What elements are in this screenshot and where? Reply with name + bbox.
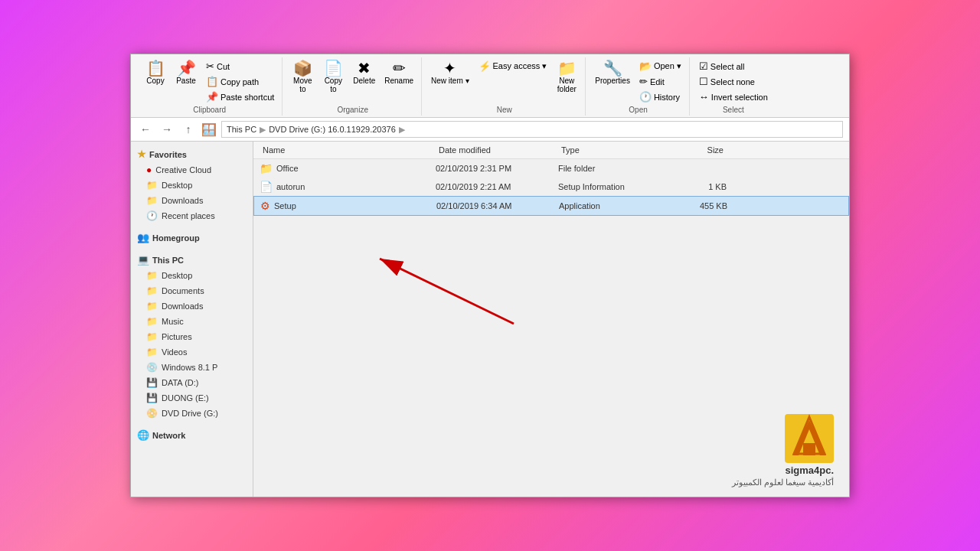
sidebar-item-windows81[interactable]: 💿 Windows 8.1 P xyxy=(131,360,253,375)
sidebar-section-this-pc[interactable]: 💻 This PC xyxy=(131,252,253,268)
watermark-site-text: sigma4pc. xyxy=(785,465,834,476)
sidebar-item-downloads2[interactable]: 📁 Downloads xyxy=(131,298,253,314)
watermark-arabic-text: أكاديمية سيغما لعلوم الكمبيوتر xyxy=(732,478,834,487)
sidebar-item-creative-cloud[interactable]: ● Creative Cloud xyxy=(131,162,253,178)
history-button[interactable]: 🕐 History xyxy=(636,90,684,104)
ribbon-group-clipboard: 📋 Copy 📌 Paste ✂ Cut 📋 xyxy=(137,57,283,116)
properties-button[interactable]: 🔧 Properties xyxy=(592,59,633,86)
autorun-file-name: 📄 autorun xyxy=(260,181,436,193)
column-date-modified[interactable]: Date modified xyxy=(436,144,558,156)
open-label: Open ▾ xyxy=(654,61,681,71)
properties-label: Properties xyxy=(595,77,630,85)
sidebar-section-favorites[interactable]: ★ Favorites xyxy=(131,146,253,162)
sidebar-section-network[interactable]: 🌐 Network xyxy=(131,427,253,443)
sidebar-item-documents[interactable]: 📁 Documents xyxy=(131,283,253,298)
network-label: Network xyxy=(152,431,185,440)
setup-name-label: Setup xyxy=(274,201,296,210)
move-to-button[interactable]: 📦 Moveto xyxy=(289,59,316,95)
edit-button[interactable]: ✏ Edit xyxy=(636,74,684,89)
clipboard-group-label: Clipboard xyxy=(193,106,226,114)
select-small-actions: ☑ Select all ☐ Select none ↔ Invert sele… xyxy=(696,59,771,104)
copy-to-icon: 📄 xyxy=(324,60,343,76)
forward-button[interactable]: → xyxy=(158,121,175,138)
column-name[interactable]: Name xyxy=(260,144,436,156)
sidebar-section-homegroup[interactable]: 👥 Homegroup xyxy=(131,230,253,246)
address-path-bar[interactable]: This PC ▶ DVD Drive (G:) 16.0.11929.2037… xyxy=(221,121,843,138)
autorun-type: Setup Information xyxy=(558,182,665,191)
sidebar-item-videos[interactable]: 📁 Videos xyxy=(131,344,253,360)
up-button[interactable]: ↑ xyxy=(180,121,197,138)
copy-path-button[interactable]: 📋 Copy path xyxy=(203,74,277,89)
back-button[interactable]: ← xyxy=(137,121,154,138)
autorun-name-label: autorun xyxy=(276,182,305,191)
ribbon: 📋 Copy 📌 Paste ✂ Cut 📋 xyxy=(131,54,849,118)
open-group-label: Open xyxy=(629,106,647,114)
cut-button[interactable]: ✂ Cut xyxy=(203,59,277,73)
creative-cloud-label: Creative Cloud xyxy=(155,165,211,174)
ribbon-groups: 📋 Copy 📌 Paste ✂ Cut 📋 xyxy=(137,57,843,116)
new-item-button[interactable]: ✦ New item ▾ xyxy=(428,59,472,86)
watermark-logo xyxy=(785,414,834,463)
sidebar-item-data-d[interactable]: 💾 DATA (D:) xyxy=(131,375,253,390)
sidebar-item-downloads[interactable]: 📁 Downloads xyxy=(131,193,253,208)
select-none-button[interactable]: ☐ Select none xyxy=(696,74,771,89)
open-items: 🔧 Properties 📂 Open ▾ ✏ Edit xyxy=(592,59,684,104)
this-pc-icon: 💻 xyxy=(137,254,149,266)
open-button[interactable]: 📂 Open ▾ xyxy=(636,59,684,73)
delete-button[interactable]: ✖ Delete xyxy=(350,59,378,86)
column-size[interactable]: Size xyxy=(665,144,727,156)
ribbon-group-select: ☑ Select all ☐ Select none ↔ Invert sele… xyxy=(691,57,776,116)
copy-path-label: Copy path xyxy=(220,77,259,86)
music-label: Music xyxy=(162,317,184,326)
ribbon-group-new: ✦ New item ▾ ⚡ Easy access ▾ 📁 Newfolder xyxy=(423,57,586,116)
file-row-autorun[interactable]: 📄 autorun 02/10/2019 2:21 AM Setup Infor… xyxy=(253,178,849,196)
new-folder-label: Newfolder xyxy=(557,77,577,93)
file-row-office[interactable]: 📁 Office 02/10/2019 2:31 PM File folder xyxy=(253,159,849,178)
easy-access-icon: ⚡ xyxy=(479,60,491,72)
sidebar-item-desktop2[interactable]: 📁 Desktop xyxy=(131,268,253,283)
sidebar-item-pictures[interactable]: 📁 Pictures xyxy=(131,329,253,344)
downloads2-label: Downloads xyxy=(162,302,203,311)
this-pc-label: This PC xyxy=(152,256,184,265)
sidebar-item-dvd-g[interactable]: 📀 DVD Drive (G:) xyxy=(131,406,253,421)
file-row-setup[interactable]: ⚙ Setup 02/10/2019 6:34 AM Application 4… xyxy=(253,196,849,216)
dvd-g-label: DVD Drive (G:) xyxy=(162,409,218,418)
copy-to-button[interactable]: 📄 Copyto xyxy=(319,59,347,95)
new-items: ✦ New item ▾ ⚡ Easy access ▾ 📁 Newfolder xyxy=(428,59,580,104)
paste-shortcut-label: Paste shortcut xyxy=(220,93,274,102)
new-folder-icon: 📁 xyxy=(557,60,577,76)
cut-icon: ✂ xyxy=(206,60,214,72)
copy-path-icon: 📋 xyxy=(206,76,218,87)
column-type[interactable]: Type xyxy=(558,144,665,156)
paste-label: Paste xyxy=(176,77,196,85)
windows81-label: Windows 8.1 P xyxy=(162,363,217,372)
copy-button[interactable]: 📋 Copy xyxy=(142,59,169,86)
path-separator: ▶ xyxy=(260,125,266,135)
new-folder-button[interactable]: 📁 Newfolder xyxy=(553,59,580,95)
sidebar-item-recent-places[interactable]: 🕐 Recent places xyxy=(131,208,253,223)
recent-places-label: Recent places xyxy=(162,211,215,220)
videos-icon: 📁 xyxy=(146,347,158,357)
invert-selection-button[interactable]: ↔ Invert selection xyxy=(696,90,771,104)
file-column-headers: Name Date modified Type Size xyxy=(253,142,849,159)
address-bar: ← → ↑ 🪟 This PC ▶ DVD Drive (G:) 16.0.11… xyxy=(131,118,849,142)
desktop-label: Desktop xyxy=(162,181,192,190)
windows-icon: 🪟 xyxy=(201,122,217,137)
easy-access-button[interactable]: ⚡ Easy access ▾ xyxy=(475,59,550,73)
favorites-label: Favorites xyxy=(149,150,187,159)
new-item-label: New item ▾ xyxy=(431,77,469,85)
network-icon: 🌐 xyxy=(137,429,149,441)
sidebar-item-duong-e[interactable]: 💾 DUONG (E:) xyxy=(131,390,253,406)
setup-app-icon: ⚙ xyxy=(260,200,270,212)
paste-button[interactable]: 📌 Paste xyxy=(172,59,200,86)
open-small-actions: 📂 Open ▾ ✏ Edit 🕐 History xyxy=(636,59,684,104)
history-icon: 🕐 xyxy=(639,91,652,103)
rename-button[interactable]: ✏ Rename xyxy=(381,59,416,86)
sidebar-item-music[interactable]: 📁 Music xyxy=(131,314,253,329)
paste-shortcut-button[interactable]: 📌 Paste shortcut xyxy=(203,90,277,104)
select-all-button[interactable]: ☑ Select all xyxy=(696,59,771,73)
autorun-info-icon: 📄 xyxy=(260,181,273,193)
creative-cloud-icon: ● xyxy=(146,165,152,175)
sidebar-item-desktop[interactable]: 📁 Desktop xyxy=(131,178,253,193)
path-this-pc: This PC xyxy=(227,125,256,134)
